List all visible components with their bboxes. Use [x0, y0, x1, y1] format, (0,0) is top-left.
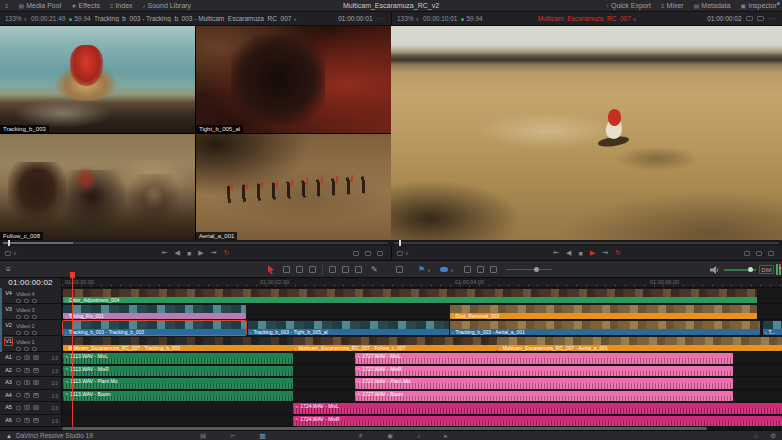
lock-icon[interactable] — [16, 418, 21, 422]
inspector-button[interactable]: ▣Inspector — [736, 0, 782, 11]
audio-lane-a1[interactable]: ∿1113.WAV - MixL∿1727.WAV - MixL — [62, 352, 782, 365]
lock-icon[interactable] — [16, 381, 21, 385]
mark-out-icon[interactable] — [377, 251, 383, 256]
audio-lane-a5[interactable]: ∿1724.WAV - MixL — [62, 402, 782, 415]
workspace-icon[interactable]: ≡ — [0, 0, 14, 11]
snapshot-icon[interactable] — [396, 266, 403, 273]
lock-icon[interactable] — [16, 315, 21, 319]
go-last-button[interactable]: ⇥ — [602, 249, 608, 257]
quick-export-button[interactable]: ↑Quick Export — [601, 0, 656, 11]
audio-lane-a3[interactable]: ∿1113.WAV - Plant Mic∿1727.WAV - Plant M… — [62, 377, 782, 390]
play-button[interactable]: ▶ — [590, 249, 595, 257]
solo-button[interactable]: S — [24, 418, 30, 423]
mute-button[interactable]: M — [33, 393, 39, 398]
timeline-audio-clip[interactable]: ∿1727.WAV - MixR — [355, 366, 733, 377]
custom-zoom-icon[interactable] — [490, 266, 497, 273]
timeline-clip[interactable]: ▫Tracking_b_003 - Tight_b_005_al — [248, 321, 449, 335]
track-id-badge[interactable]: A5 — [4, 403, 13, 412]
enable-track-icon[interactable] — [32, 299, 37, 303]
blade-tool-icon[interactable] — [309, 266, 316, 273]
media-pool-button[interactable]: ▤Media Pool — [14, 0, 67, 11]
metadata-button[interactable]: ▤Metadata — [689, 0, 736, 11]
track-id-badge[interactable]: V4 — [4, 289, 13, 298]
auto-select-icon[interactable] — [24, 347, 29, 351]
page-edit-button[interactable]: ▥ — [260, 432, 266, 440]
play-button[interactable]: ▶ — [198, 249, 203, 257]
video-lane-v4[interactable]: ▫Color_Adjustment_004 — [62, 288, 782, 304]
project-settings-button[interactable]: ⚙ — [770, 432, 776, 440]
timeline-clip[interactable]: ▫T... — [763, 321, 782, 335]
go-first-button[interactable]: ⇤ — [553, 249, 559, 257]
pencil-icon[interactable]: ✎ — [371, 265, 378, 274]
dim-button[interactable]: DIM — [759, 265, 774, 274]
loop-button[interactable]: ↻ — [615, 249, 621, 257]
mark-in-icon[interactable] — [365, 251, 371, 256]
zoom-slider-knob[interactable] — [534, 267, 539, 272]
full-extent-zoom-icon[interactable] — [464, 266, 471, 273]
mute-button[interactable]: M — [33, 368, 39, 373]
timeline-audio-clip[interactable]: ∿1724.WAV - MixR — [293, 416, 782, 427]
loop-button[interactable]: ↻ — [223, 249, 229, 257]
viewer-overlay-icon[interactable] — [757, 16, 764, 21]
lock-icon[interactable] — [16, 406, 21, 410]
audio-lane-a4[interactable]: ∿1113.WAV - Boom∿1727.WAV - Boom — [62, 390, 782, 403]
mute-button[interactable]: M — [33, 418, 39, 423]
track-id-badge[interactable]: A4 — [4, 391, 13, 400]
project-manager-button[interactable]: ⌂ — [754, 432, 758, 440]
track-id-badge[interactable]: V2 — [4, 321, 13, 330]
enable-track-icon[interactable] — [32, 331, 37, 335]
flag-button[interactable]: ⚑ ∨ — [418, 261, 431, 278]
page-color-button[interactable]: ◉ — [387, 432, 393, 440]
monitor-volume-slider[interactable] — [724, 269, 756, 271]
audio-lane-a6[interactable]: ∿1724.WAV - MixR — [62, 415, 782, 428]
track-id-badge[interactable]: A2 — [4, 366, 13, 375]
mute-button[interactable]: M — [33, 355, 39, 360]
timeline-clip[interactable]: ▫Multicam_Escaramuza_RC_007 - Aerial_a_0… — [497, 337, 782, 351]
source-size-select[interactable]: ∨ — [5, 250, 17, 256]
solo-button[interactable]: S — [24, 368, 30, 373]
timeline-clip[interactable]: ▫Tracking_b_003 - Aerial_a_001 — [450, 321, 760, 335]
lock-icon[interactable] — [16, 368, 21, 372]
page-media-button[interactable]: ▤ — [200, 432, 206, 440]
speaker-icon[interactable] — [710, 266, 719, 274]
mixer-button[interactable]: ≡Mixer — [656, 0, 689, 11]
multicam-angle-follow[interactable]: Follow_c_008 — [0, 134, 195, 240]
insert-clip-icon[interactable] — [329, 266, 336, 273]
multicam-angle-tracking[interactable]: Tracking_b_003 — [0, 26, 195, 133]
stop-button[interactable]: ■ — [578, 250, 582, 257]
lock-icon[interactable] — [16, 347, 21, 351]
effects-button[interactable]: ★Effects — [66, 0, 105, 11]
sound-library-button[interactable]: ♪Sound Library — [138, 0, 197, 11]
timeline-clip[interactable]: ▫Multicam_Escaramuza_RC_007 - Follow_c_0… — [293, 337, 497, 351]
timeline-viewer-options-button[interactable]: ··· — [768, 15, 778, 22]
track-id-badge[interactable]: V3 — [4, 305, 13, 314]
selection-tool-icon[interactable] — [268, 265, 275, 274]
index-button[interactable]: ≡Index — [105, 0, 138, 11]
page-fusion-button[interactable]: ✳ — [358, 432, 363, 440]
lock-icon[interactable] — [16, 299, 21, 303]
auto-select-icon[interactable] — [24, 299, 29, 303]
stop-button[interactable]: ■ — [187, 250, 191, 257]
source-clip-title[interactable]: Tracking_b_003 - Tracking_b_003 - Multic… — [94, 15, 297, 22]
page-cut-button[interactable]: ✂ — [230, 432, 235, 440]
lock-icon[interactable] — [16, 356, 21, 360]
page-deliver-button[interactable]: ▸ — [444, 432, 447, 440]
solo-button[interactable]: S — [24, 393, 30, 398]
timeline-audio-clip[interactable]: ∿1724.WAV - MixL — [293, 403, 782, 414]
timeline-ruler[interactable]: 01:00:00:0001:00:02:0001:00:04:0001:00:0… — [62, 278, 782, 288]
timeline-audio-clip[interactable]: ∿1727.WAV - Boom — [355, 391, 733, 402]
timeline-audio-clip[interactable]: ∿1113.WAV - MixR — [63, 366, 293, 377]
track-id-badge[interactable]: A3 — [4, 378, 13, 387]
video-lane-v3[interactable]: ▫Timing_Fix_001▫Dust_Removal_003 — [62, 304, 782, 320]
step-back-button[interactable]: ◀ — [175, 249, 180, 257]
timeline-audio-clip[interactable]: ∿1113.WAV - Boom — [63, 391, 293, 402]
track-id-badge[interactable]: V1 — [4, 337, 13, 346]
go-last-button[interactable]: ⇥ — [211, 249, 217, 257]
go-first-button[interactable]: ⇤ — [162, 249, 168, 257]
source-zoom-select[interactable]: 133% ∨ — [5, 15, 27, 22]
auto-select-icon[interactable] — [24, 315, 29, 319]
audio-lane-a2[interactable]: ∿1113.WAV - MixR∿1727.WAV - MixR — [62, 365, 782, 378]
trim-mode-icon[interactable] — [283, 266, 290, 273]
timeline-zoom-slider[interactable] — [506, 269, 552, 270]
timeline-viewer[interactable] — [391, 26, 782, 240]
